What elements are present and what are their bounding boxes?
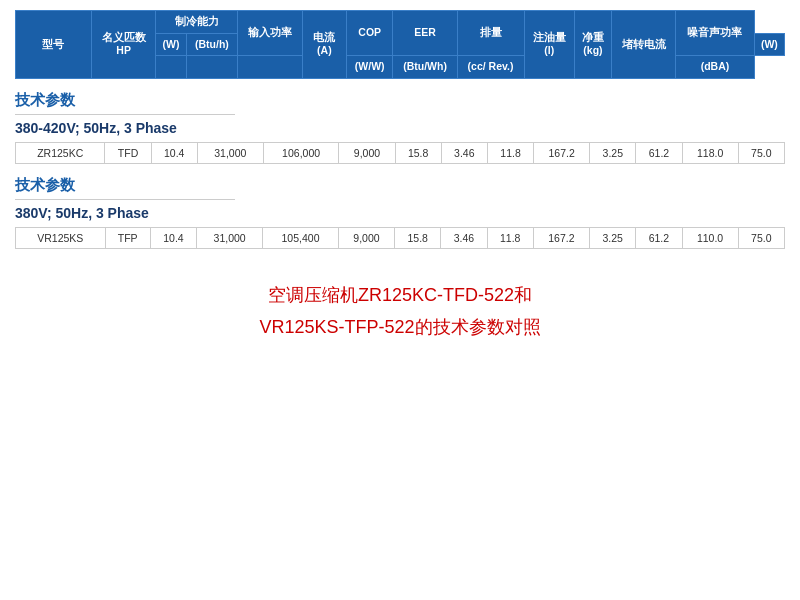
header-cooling-w2	[156, 56, 186, 79]
table-row: ZR125KCTFD10.431,000106,0009,00015.83.46…	[16, 142, 785, 163]
header-start: 堵转电流	[611, 11, 676, 79]
header-hp: 名义匹数 HP	[91, 11, 156, 79]
header-displacement-unit: (cc/ Rev.)	[457, 56, 524, 79]
header-eer-unit: (Btu/Wh)	[393, 56, 457, 79]
table-row: VR125KSTFP10.431,000105,4009,00015.83.46…	[16, 227, 785, 248]
annotation: 空调压缩机ZR125KC-TFD-522和 VR125KS-TFP-522的技术…	[15, 279, 785, 344]
section2-table: VR125KSTFP10.431,000105,4009,00015.83.46…	[15, 227, 785, 249]
header-cop-unit: (W/W)	[347, 56, 393, 79]
header-oil: 注油量 (l)	[524, 11, 575, 79]
annotation-line2: VR125KS-TFP-522的技术参数对照	[15, 311, 785, 343]
section1-title: 技术参数	[15, 91, 235, 115]
header-displacement: 排量	[457, 11, 524, 56]
header-input-unit2	[238, 56, 303, 79]
header-weight: 净重 (kg)	[575, 11, 612, 79]
header-cooling-btu: (Btu/h)	[186, 33, 238, 56]
header-cooling-btu2	[186, 56, 238, 79]
annotation-line1: 空调压缩机ZR125KC-TFD-522和	[15, 279, 785, 311]
header-noise-unit: (dBA)	[676, 56, 754, 79]
header-noise: 噪音声功率	[676, 11, 754, 56]
section1-subtitle: 380-420V; 50Hz, 3 Phase	[15, 120, 785, 136]
header-cooling: 制冷能力	[156, 11, 238, 34]
spec-table: 型号 名义匹数 HP 制冷能力 输入功率 电流 (A) COP EER	[15, 10, 785, 79]
header-input: 输入功率	[238, 11, 303, 56]
section2-title: 技术参数	[15, 176, 235, 200]
header-current: 电流 (A)	[302, 11, 346, 79]
header-cooling-w: (W)	[156, 33, 186, 56]
header-input-unit: (W)	[754, 33, 784, 56]
section1-table: ZR125KCTFD10.431,000106,0009,00015.83.46…	[15, 142, 785, 164]
header-model: 型号	[16, 11, 92, 79]
section2-subtitle: 380V; 50Hz, 3 Phase	[15, 205, 785, 221]
header-cop: COP	[347, 11, 393, 56]
header-eer: EER	[393, 11, 457, 56]
